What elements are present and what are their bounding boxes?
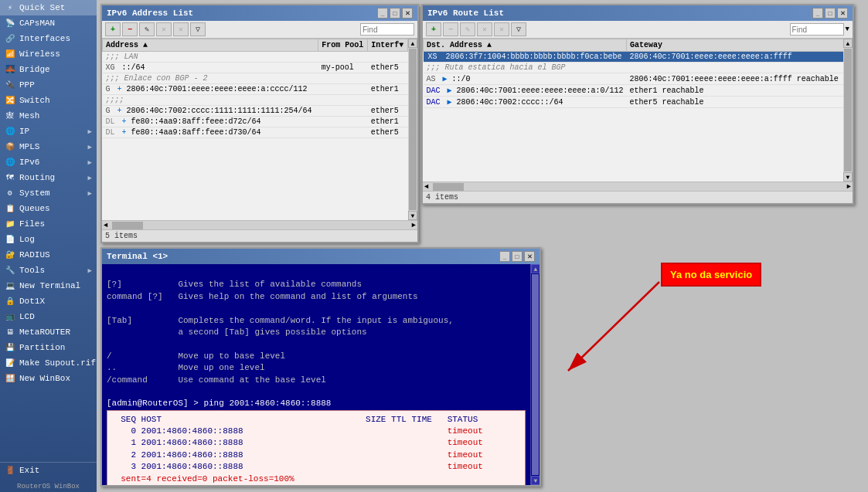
sidebar-item-queues[interactable]: 📋 Queues	[0, 201, 97, 216]
table-row[interactable]: G + 2806:40c:7001:eeee:eeee:eeee:a:cccc/…	[103, 84, 408, 95]
ipv6-route-window: IPv6 Route List _ □ ✕ + − ✎ ✕ ✕ ▽ ▼	[421, 4, 854, 205]
table-row[interactable]: DAC ▶ 2806:40c:7001:eeee:eeee:eeee:a:0/1…	[424, 85, 844, 97]
edit-button[interactable]: ✎	[139, 22, 155, 36]
sidebar-item-tools[interactable]: 🔧 Tools ▶	[0, 263, 97, 278]
sidebar-item-interfaces[interactable]: 🔗 Interfaces	[0, 31, 97, 46]
col-gateway[interactable]: Gateway	[627, 39, 843, 52]
table-row[interactable]: AS ▶ ::/0 2806:40c:7001:eeee:eeee:eeee:a…	[424, 73, 844, 85]
copy-button[interactable]: ✕	[156, 22, 172, 36]
add-button[interactable]: +	[105, 22, 121, 36]
sidebar-item-system[interactable]: ⚙ System ▶	[0, 185, 97, 201]
terminal-scroll-up[interactable]: ▲	[531, 264, 540, 273]
maximize-button[interactable]: □	[512, 251, 523, 262]
terminal-scrollbar[interactable]: ▲ ▼	[530, 264, 540, 485]
sidebar-item-partition[interactable]: 💾 Partition	[0, 340, 97, 355]
sidebar-item-ip[interactable]: 🌐 IP ▶	[0, 124, 97, 139]
add-button[interactable]: +	[426, 22, 441, 36]
sidebar-item-routing[interactable]: 🗺 Routing ▶	[0, 170, 97, 185]
vertical-scrollbar[interactable]: ▲ ▼	[408, 39, 417, 220]
table-row[interactable]: XG ::/64 my-pool ether5	[103, 63, 408, 73]
terminal-output[interactable]: [?] Gives the list of available commands…	[102, 264, 530, 485]
ipv6-route-titlebar[interactable]: IPv6 Route List _ □ ✕	[423, 5, 853, 21]
sidebar-item-exit[interactable]: 🚪 Exit	[0, 463, 97, 478]
h-scroll-thumb[interactable]	[112, 222, 143, 229]
files-icon: 📁	[5, 219, 15, 229]
find-input[interactable]	[360, 23, 414, 36]
ipv6-address-titlebar[interactable]: IPv6 Address List _ □ ✕	[102, 5, 417, 21]
scroll-thumb[interactable]	[844, 49, 852, 171]
scroll-left-button[interactable]: ◄	[423, 183, 430, 191]
terminal-scroll-thumb[interactable]	[532, 274, 539, 475]
terminal-titlebar[interactable]: Terminal <1> _ □ ✕	[102, 249, 540, 264]
sidebar-item-files[interactable]: 📁 Files	[0, 216, 97, 232]
sidebar-item-mpls[interactable]: 📦 MPLS ▶	[0, 139, 97, 154]
minimize-button[interactable]: _	[377, 8, 388, 19]
paste-button[interactable]: ✕	[494, 22, 509, 36]
table-row[interactable]: DL + fe80::4aa9:8aff:feee:d72c/64 ether1	[103, 117, 408, 127]
sidebar-item-bridge[interactable]: 🌉 Bridge	[0, 62, 97, 77]
scroll-up-button[interactable]: ▲	[843, 39, 853, 48]
tools-icon: 🔧	[5, 265, 15, 276]
route-horizontal-scrollbar[interactable]: ◄ ►	[423, 182, 853, 191]
terminal-window: Terminal <1> _ □ ✕ [?] Gives the list of…	[100, 247, 541, 487]
switch-icon: 🔀	[5, 95, 15, 106]
sidebar-item-metarouter[interactable]: 🖥 MetaROUTER	[0, 324, 97, 340]
table-row[interactable]: DL + fe80::4aa9:8aff:feee:d730/64 ether5	[103, 127, 408, 138]
cell-address: G + 2806:40c:7001:eeee:eeee:eeee:a:cccc/…	[103, 84, 318, 95]
sidebar-item-label: MPLS	[19, 142, 39, 151]
route-vertical-scrollbar[interactable]: ▲ ▼	[843, 39, 853, 182]
mpls-arrow: ▶	[88, 143, 92, 151]
col-dst-address[interactable]: Dst. Address ▲	[424, 39, 627, 52]
scroll-down-button[interactable]: ▼	[408, 211, 417, 220]
table-row[interactable]: G + 2806:40c:7002:cccc:1111:1111:1111:25…	[103, 106, 408, 117]
sidebar-item-quick-set[interactable]: ⚡ Quick Set	[0, 0, 97, 15]
scroll-thumb[interactable]	[409, 49, 417, 210]
scroll-right-button[interactable]: ►	[846, 183, 853, 191]
sidebar-item-ppp[interactable]: 🔌 PPP	[0, 77, 97, 93]
sidebar-item-new-terminal[interactable]: 💻 New Terminal	[0, 278, 97, 294]
table-row[interactable]: DAC ▶ 2806:40c:7002:cccc::/64 ether5 rea…	[424, 97, 844, 108]
minimize-button[interactable]: _	[812, 8, 823, 19]
sidebar-item-label: System	[19, 188, 50, 198]
sidebar-item-wireless[interactable]: 📶 Wireless	[0, 46, 97, 62]
copy-button[interactable]: ✕	[477, 22, 492, 36]
remove-button[interactable]: −	[122, 22, 138, 36]
terminal-scroll-down[interactable]: ▼	[531, 476, 540, 485]
paste-button[interactable]: ✕	[173, 22, 189, 36]
col-interface[interactable]: Interf▼	[368, 39, 408, 52]
col-address[interactable]: Address ▲	[103, 39, 318, 52]
horizontal-scrollbar[interactable]: ◄ ►	[102, 220, 417, 229]
sidebar-item-ipv6[interactable]: 🌐 IPv6 ▶	[0, 154, 97, 170]
scroll-left-button[interactable]: ◄	[102, 222, 109, 229]
scroll-right-button[interactable]: ►	[410, 222, 417, 229]
sidebar-item-capsman[interactable]: 📡 CAPsMAN	[0, 15, 97, 31]
cell-gateway: 2806:40c:7001:eeee:eeee:eeee:a:ffff reac…	[627, 73, 843, 85]
sidebar-item-log[interactable]: 📄 Log	[0, 232, 97, 247]
find-dropdown-button[interactable]: ▼	[846, 25, 849, 33]
sidebar-item-make-supout[interactable]: 📝 Make Supout.rif	[0, 355, 97, 371]
sidebar-item-mesh[interactable]: 🕸 Mesh	[0, 108, 97, 124]
filter-button[interactable]: ▽	[190, 22, 206, 36]
minimize-button[interactable]: _	[499, 251, 510, 262]
sidebar-item-lcd[interactable]: 📺 LCD	[0, 309, 97, 324]
remove-button[interactable]: −	[443, 22, 458, 36]
close-button[interactable]: ✕	[402, 8, 413, 19]
close-button[interactable]: ✕	[837, 8, 848, 19]
scroll-down-button[interactable]: ▼	[843, 172, 853, 182]
filter-button[interactable]: ▽	[511, 22, 526, 36]
scroll-up-button[interactable]: ▲	[408, 39, 417, 48]
sidebar-item-switch[interactable]: 🔀 Switch	[0, 93, 97, 108]
col-from-pool[interactable]: From Pool	[318, 39, 368, 52]
sidebar-item-dot1x[interactable]: 🔒 Dot1X	[0, 294, 97, 309]
edit-button[interactable]: ✎	[460, 22, 475, 36]
table-row: ;;; Enlace con BGP - 2	[103, 73, 408, 84]
maximize-button[interactable]: □	[825, 8, 836, 19]
sidebar-item-label: Make Supout.rif	[19, 358, 96, 368]
h-scroll-thumb[interactable]	[433, 183, 464, 191]
sidebar-item-radius[interactable]: 🔐 RADIUS	[0, 247, 97, 263]
find-input-route[interactable]	[790, 23, 844, 36]
sidebar-item-new-winbox[interactable]: 🪟 New WinBox	[0, 371, 97, 386]
maximize-button[interactable]: □	[390, 8, 400, 19]
table-row[interactable]: XS 2806:3f7:1004:bbbb:bbbb:bbbb:f0ca:beb…	[424, 52, 844, 63]
close-button[interactable]: ✕	[524, 251, 535, 262]
